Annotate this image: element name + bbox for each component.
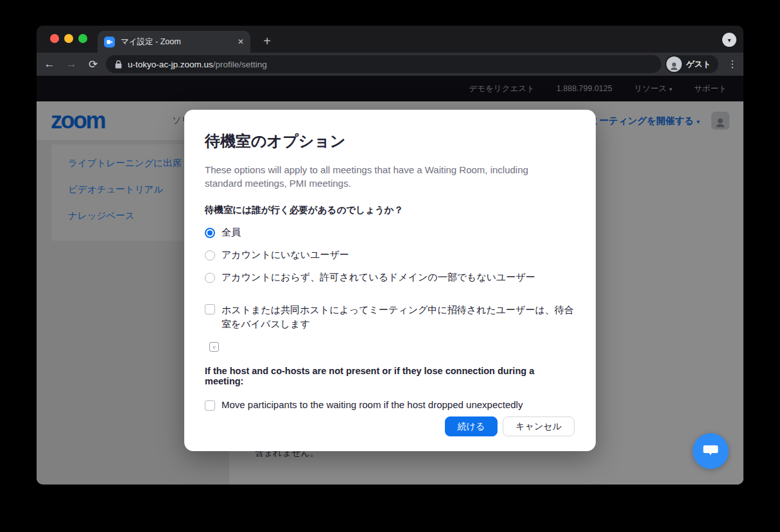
browser-toolbar: ← → ⟳ u-tokyo-ac-jp.zoom.us/profile/sett… — [37, 53, 743, 76]
browser-profile-button[interactable]: ゲスト — [665, 55, 718, 73]
radio-option-users-not-in-account-or-domain[interactable]: アカウントにおらず、許可されているドメインの一部でもないユーザー — [205, 271, 575, 284]
cancel-button[interactable]: キャンセル — [503, 416, 575, 436]
guest-profile-label: ゲスト — [686, 59, 711, 70]
browser-tab-strip: マイ設定 - Zoom ✕ + ▾ — [37, 26, 743, 53]
browser-menu-icon[interactable]: ⋮ — [724, 55, 741, 73]
chat-widget-button[interactable] — [693, 433, 729, 469]
zoom-settings-page: デモをリクエスト 1.888.799.0125 リソース▾ サポート zoom … — [37, 76, 743, 485]
tab-search-button[interactable]: ▾ — [722, 33, 736, 47]
radio-option-everyone[interactable]: 全員 — [205, 227, 575, 239]
minimize-window-button[interactable] — [64, 34, 73, 43]
guest-avatar-icon — [666, 56, 682, 72]
broken-image-icon: v — [209, 342, 219, 352]
modal-buttons: 続ける キャンセル — [445, 416, 575, 436]
reload-icon[interactable]: ⟳ — [84, 55, 102, 73]
maximize-window-button[interactable] — [78, 34, 87, 43]
browser-tab[interactable]: マイ設定 - Zoom ✕ — [98, 31, 250, 53]
chat-bubble-icon — [702, 442, 719, 460]
forward-icon[interactable]: → — [62, 55, 80, 73]
back-icon[interactable]: ← — [40, 55, 58, 73]
radio-selected-icon[interactable] — [205, 228, 215, 238]
checkbox-unchecked-icon[interactable] — [205, 400, 215, 411]
continue-button[interactable]: 続ける — [445, 416, 498, 436]
checkbox-unchecked-icon[interactable] — [205, 304, 215, 314]
radio-option-users-not-in-account[interactable]: アカウントにいないユーザー — [205, 249, 575, 261]
host-absent-heading: If the host and co-hosts are not present… — [205, 366, 575, 386]
tab-close-icon[interactable]: ✕ — [238, 37, 244, 46]
url-text: u-tokyo-ac-jp.zoom.us/profile/setting — [128, 60, 267, 69]
tab-title: マイ設定 - Zoom — [121, 37, 232, 47]
window-controls — [50, 34, 87, 43]
waiting-room-options-modal: 待機室のオプション These options will apply to al… — [184, 110, 596, 451]
url-path: /profile/setting — [213, 60, 267, 69]
close-window-button[interactable] — [50, 34, 59, 43]
bypass-waiting-room-checkbox-row[interactable]: ホストまたは共同ホストによってミーティング中に招待されたユーザーは、待合室をバイ… — [205, 303, 575, 331]
radio-unselected-icon[interactable] — [205, 273, 215, 283]
move-participants-checkbox-row[interactable]: Move participants to the waiting room if… — [205, 398, 575, 412]
address-bar[interactable]: u-tokyo-ac-jp.zoom.us/profile/setting — [106, 55, 661, 73]
modal-title: 待機室のオプション — [205, 131, 575, 151]
lock-icon — [115, 60, 122, 69]
browser-window: マイ設定 - Zoom ✕ + ▾ ← → ⟳ u-tokyo-ac-jp.zo… — [37, 26, 743, 485]
new-tab-button[interactable]: + — [258, 32, 276, 50]
radio-unselected-icon[interactable] — [205, 250, 215, 261]
url-host: u-tokyo-ac-jp.zoom.us — [128, 60, 213, 69]
desktop-background: マイ設定 - Zoom ✕ + ▾ ← → ⟳ u-tokyo-ac-jp.zo… — [0, 0, 780, 532]
zoom-favicon-icon — [104, 37, 115, 47]
modal-description: These options will apply to all meetings… — [205, 163, 555, 190]
waiting-room-question: 待機室には誰が行く必要があるのでしょうか？ — [205, 204, 575, 216]
